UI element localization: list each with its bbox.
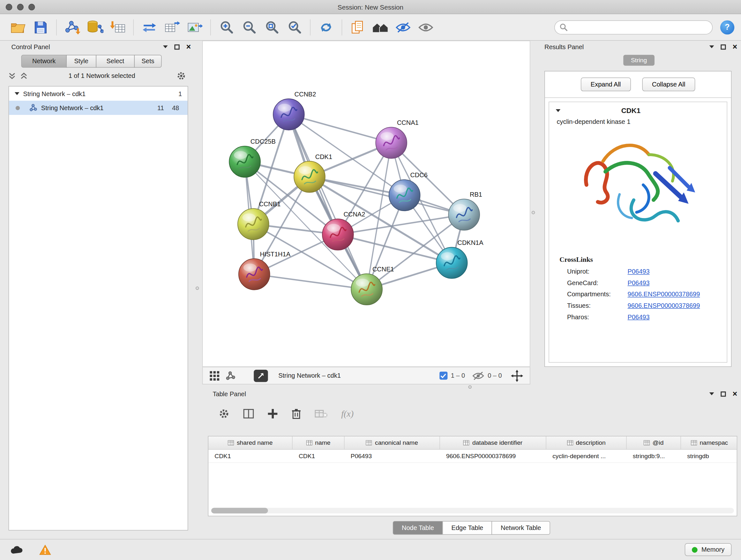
show-all-networks-button[interactable] [369,17,392,38]
float-panel-icon[interactable] [710,392,714,395]
tab-node-table[interactable]: Node Table [393,521,443,535]
cell-canonical-name[interactable]: P06493 [345,449,440,462]
network-node-CCNB2[interactable]: CCNB2 [273,91,316,130]
export-image-button[interactable] [184,17,206,38]
import-table-from-file-button[interactable] [106,17,129,38]
section-disclosure-icon[interactable] [556,109,560,112]
hidden-items-eye-slash-icon[interactable] [472,371,484,381]
compartments-link[interactable]: 9606.ENSP00000378699 [628,291,700,298]
close-panel-icon[interactable]: × [186,43,191,51]
zoom-selected-icon [287,20,302,35]
disclosure-triangle-icon[interactable] [15,92,19,95]
zoom-selected-button[interactable] [283,17,306,38]
tab-edge-table[interactable]: Edge Table [442,521,492,535]
collapse-all-icon[interactable] [9,72,16,79]
show-hidden-button[interactable] [414,17,437,38]
network-edge-CCNB2-CCNA1[interactable] [289,114,391,143]
cloud-status-icon[interactable] [10,544,24,555]
column-header-namespace[interactable]: namespac [681,436,737,449]
tree-row-network[interactable]: String Network – cdk1 11 48 [9,101,188,115]
zoom-fit-button[interactable] [260,17,283,38]
minimize-window-button[interactable] [17,4,23,10]
show-columns-icon[interactable] [243,408,254,419]
tab-network-table[interactable]: Network Table [492,521,550,535]
maximize-panel-icon[interactable] [721,44,726,49]
network-view[interactable]: CCNB2CCNA1CDC25BCDK1CDC6RB1CCNB1CCNA2CDK… [202,41,530,367]
clone-network-button[interactable] [346,17,369,38]
export-table-button[interactable] [160,17,183,38]
search-input[interactable] [570,23,707,30]
delete-column-trash-icon[interactable] [291,408,301,420]
save-session-button[interactable] [29,17,52,38]
cell-database-identifier[interactable]: 9606.ENSP00000378699 [440,449,546,462]
memory-button[interactable]: Memory [685,543,731,556]
pharos-link[interactable]: P06493 [628,314,650,320]
table-options-gear-icon[interactable] [218,408,230,420]
import-network-from-file-button[interactable] [61,17,84,38]
cell-id[interactable]: stringdb:9... [627,449,681,462]
graphics-details-button[interactable] [254,369,268,382]
search-box[interactable] [554,20,713,34]
apply-layout-button[interactable] [315,17,337,38]
close-panel-icon[interactable]: × [732,390,737,398]
network-options-gear-icon[interactable] [176,71,186,80]
maximize-panel-icon[interactable] [721,391,726,396]
network-canvas[interactable]: CCNB2CCNA1CDC25BCDK1CDC6RB1CCNB1CCNA2CDK… [203,41,530,367]
column-header-database-identifier[interactable]: database identifier [440,436,546,449]
tab-sets[interactable]: Sets [134,55,162,68]
tab-network[interactable]: Network [21,55,67,68]
zoom-out-button[interactable] [238,17,260,38]
birds-eye-view-icon[interactable] [225,371,236,381]
crosslink-row: Tissues: 9606.ENSP00000378699 [567,302,727,309]
network-edge-CCNE1-HIST1H1A[interactable] [254,274,367,289]
grid-view-icon[interactable] [209,370,220,381]
add-column-icon[interactable] [267,408,278,419]
horizontal-scrollbar[interactable] [211,508,734,513]
network-node-CCNB1[interactable]: CCNB1 [238,200,280,240]
maximize-panel-icon[interactable] [175,44,180,49]
cell-description[interactable]: cyclin-dependent ... [546,449,627,462]
close-panel-icon[interactable]: × [732,43,737,51]
zoom-in-button[interactable] [215,17,238,38]
table-row[interactable]: CDK1 CDK1 P06493 9606.ENSP00000378699 cy… [208,449,737,462]
column-header-shared-name[interactable]: shared name [208,436,293,449]
close-window-button[interactable] [6,4,12,10]
expand-all-icon[interactable] [20,72,27,79]
warning-icon[interactable] [39,544,51,556]
genecard-link[interactable]: P06493 [628,279,650,287]
expand-all-button[interactable]: Expand All [581,78,631,91]
column-header-description[interactable]: description [546,436,627,449]
pan-crosshair-icon[interactable] [511,369,523,382]
selected-items-checkbox-icon[interactable] [440,372,448,380]
import-network-from-database-button[interactable] [84,17,106,38]
tree-row-collection[interactable]: String Network – cdk1 1 [9,86,188,101]
network-node-RB1[interactable]: RB1 [448,191,482,230]
export-network-button[interactable] [138,17,160,38]
cell-shared-name[interactable]: CDK1 [208,449,293,462]
float-panel-icon[interactable] [163,45,168,48]
collapse-all-button[interactable]: Collapse All [642,78,695,91]
open-session-button[interactable] [7,17,29,38]
hide-selected-button[interactable] [392,17,414,38]
network-node-CCNA1[interactable]: CCNA1 [376,119,418,159]
help-button[interactable]: ? [720,20,734,34]
zoom-window-button[interactable] [28,4,35,10]
network-node-HIST1H1A[interactable]: HIST1H1A [239,251,291,290]
network-node-CDC25B[interactable]: CDC25B [229,138,275,177]
cell-namespace[interactable]: stringdb [681,449,737,462]
left-splitter-handle[interactable] [196,287,199,290]
bottom-splitter-handle[interactable] [468,385,472,388]
column-header-canonical-name[interactable]: canonical name [345,436,440,449]
tissues-link[interactable]: 9606.ENSP00000378699 [628,302,700,309]
column-header-name[interactable]: name [293,436,345,449]
right-splitter-handle[interactable] [532,211,535,214]
column-header-id[interactable]: @id [627,436,681,449]
tab-select[interactable]: Select [96,55,135,68]
network-edge-CCNB2-CCNE1[interactable] [289,114,367,289]
tab-style[interactable]: Style [66,55,96,68]
scrollbar-thumb[interactable] [211,508,268,513]
cell-name[interactable]: CDK1 [293,449,345,462]
uniprot-link[interactable]: P06493 [628,268,650,275]
float-panel-icon[interactable] [710,45,714,48]
tab-string[interactable]: String [623,55,655,65]
